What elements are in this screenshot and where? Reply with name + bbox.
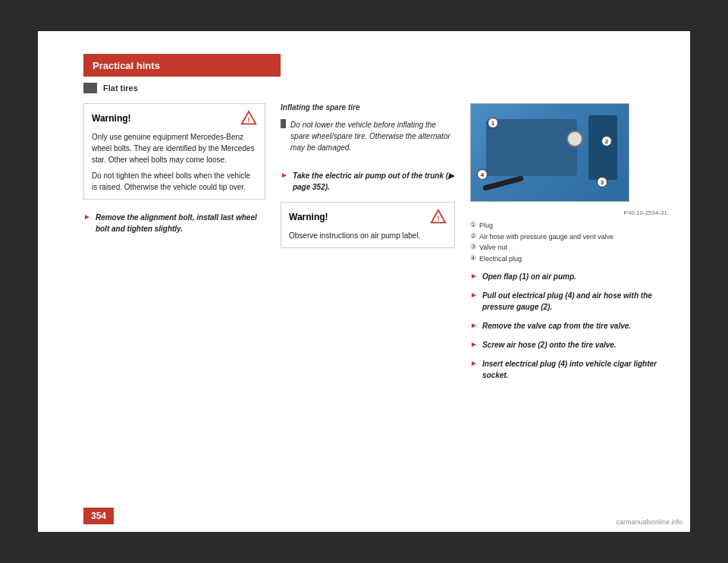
circle-num-3: 3 — [597, 177, 607, 187]
right-instructions: ► Open flap (1) on air pump. ► Pull out … — [470, 271, 667, 381]
arrow-r5: ► — [470, 359, 478, 367]
part-num-4: ④ — [470, 254, 476, 262]
part-text-4: Electrical plug — [479, 254, 522, 264]
arrow-r1: ► — [470, 272, 478, 280]
circle-num-1: 1 — [488, 118, 498, 128]
warning-para-1: Only use genuine equipment Mercedes-Benz… — [92, 131, 257, 165]
instruction-item-2: ► Take the electric air pump out of the … — [281, 170, 455, 193]
pump-handle — [588, 115, 617, 180]
part-text-2: Air hose with pressure gauge and vent va… — [479, 232, 613, 242]
section-label-box — [83, 83, 97, 93]
warning-title-1: Warning! — [92, 113, 131, 124]
instr-r5: Insert electrical plug (4) into vehicle … — [482, 358, 667, 381]
arrow-bullet-1: ► — [83, 212, 91, 221]
pump-body — [486, 119, 577, 176]
instr-r2: Pull out electrical plug (4) and air hos… — [482, 290, 667, 313]
warning-para-3: Observe instructions on air pump label. — [289, 230, 447, 241]
arrow-r3: ► — [470, 321, 478, 329]
warning-box-1: Warning! ! Only use genuine equipment Me… — [83, 103, 265, 200]
instruction-item-r5: ► Insert electrical plug (4) into vehicl… — [470, 358, 667, 381]
list-item: ③ Valve nut — [470, 243, 667, 253]
page-number: 354 — [91, 511, 106, 521]
list-item: ④ Electrical plug — [470, 254, 667, 264]
instruction-text-1: Remove the alignment bolt, install last … — [96, 212, 265, 234]
content-area: Warning! ! Only use genuine equipment Me… — [83, 103, 667, 486]
instruction-item-r4: ► Screw air hose (2) onto the tire valve… — [470, 339, 667, 351]
section-label-text: Flat tires — [103, 83, 138, 93]
left-column: Warning! ! Only use genuine equipment Me… — [83, 103, 265, 486]
part-num-3: ③ — [470, 243, 476, 250]
banner-title: Practical hints — [93, 60, 160, 71]
image-caption: P40.10-2534-31 — [470, 209, 667, 216]
header-banner: Practical hints — [83, 54, 281, 77]
list-item: ① Plug — [470, 221, 667, 231]
inflating-title: Inflating the spare tire — [281, 103, 455, 112]
instruction-item-1: ► Remove the alignment bolt, install las… — [83, 212, 265, 234]
part-num-1: ① — [470, 221, 476, 228]
warning-para-2: Do not tighten the wheel bolts when the … — [92, 170, 257, 193]
instr-r1: Open flap (1) on air pump. — [482, 271, 576, 282]
pump-hose — [482, 175, 524, 191]
warning-icon-2: ! — [430, 209, 447, 225]
warning-text-1: Only use genuine equipment Mercedes-Benz… — [92, 131, 257, 193]
instr-r3: Remove the valve cap from the tire valve… — [482, 320, 631, 332]
right-column: 1 2 3 4 P40.10-2534-31 ① Plug ② Air hose… — [470, 103, 667, 486]
part-text-1: Plug — [479, 221, 493, 231]
svg-text:!: ! — [247, 116, 249, 124]
page-number-box: 354 — [83, 508, 114, 524]
warning-text-2: Observe instructions on air pump label. — [289, 230, 447, 241]
small-section-box — [281, 119, 286, 128]
instruction-text-2: Take the electric air pump out of the tr… — [293, 170, 455, 193]
arrow-r2: ► — [470, 291, 478, 299]
warning-icon-1: ! — [240, 110, 257, 127]
do-not-lower-text: Do not lower the vehicle before inflatin… — [290, 119, 455, 153]
device-image: 1 2 3 4 — [470, 103, 629, 202]
instruction-item-r1: ► Open flap (1) on air pump. — [470, 271, 667, 282]
svg-text:!: ! — [437, 215, 439, 222]
instr-r4: Screw air hose (2) onto the tire valve. — [482, 339, 617, 351]
warning-title-2: Warning! — [289, 212, 328, 222]
warning-header-2: Warning! ! — [289, 209, 447, 225]
parts-list: ① Plug ② Air hose with pressure gauge an… — [470, 221, 667, 263]
arrow-bullet-2: ► — [281, 171, 288, 179]
watermark: carmanualsonline.info — [616, 518, 682, 526]
list-item: ② Air hose with pressure gauge and vent … — [470, 232, 667, 242]
instruction-item-r2: ► Pull out electrical plug (4) and air h… — [470, 290, 667, 313]
section-label: Flat tires — [83, 83, 138, 93]
warning-header-1: Warning! ! — [92, 110, 257, 127]
page: Practical hints Flat tires Warning! ! On… — [38, 31, 690, 532]
middle-column: Inflating the spare tire Do not lower th… — [281, 103, 455, 486]
pump-gauge — [566, 131, 583, 147]
warning-box-2: Warning! ! Observe instructions on air p… — [281, 202, 455, 248]
arrow-r4: ► — [470, 340, 478, 348]
section-box-row: Do not lower the vehicle before inflatin… — [281, 119, 455, 162]
part-num-2: ② — [470, 232, 476, 240]
circle-num-2: 2 — [601, 136, 612, 146]
circle-num-4: 4 — [477, 169, 488, 180]
part-text-3: Valve nut — [479, 243, 507, 253]
instruction-item-r3: ► Remove the valve cap from the tire val… — [470, 320, 667, 332]
